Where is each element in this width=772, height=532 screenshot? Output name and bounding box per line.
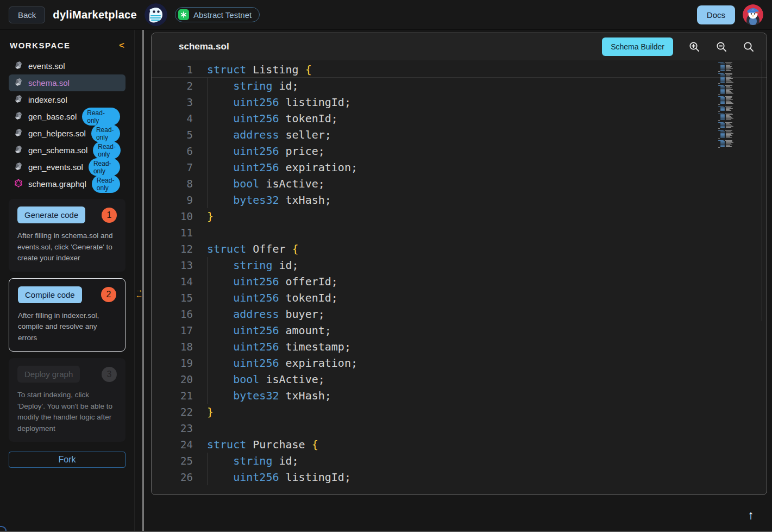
line-number: 8 [152, 178, 207, 190]
code-line[interactable]: 18 uint256 timestamp; [152, 339, 767, 355]
file-name: gen_helpers.sol [28, 129, 86, 138]
file-name: gen_base.sol [28, 112, 77, 121]
indent-guide [208, 159, 208, 176]
minimap-block [718, 140, 740, 148]
app-title: dyliMarketplace [53, 9, 137, 21]
line-number: 19 [152, 357, 207, 369]
code-text: uint256 offerId; [207, 273, 338, 290]
zoom-in-icon[interactable] [688, 41, 700, 53]
solidity-icon [14, 111, 23, 122]
code-line[interactable]: 12struct Offer { [152, 241, 767, 257]
line-number: 14 [152, 276, 207, 287]
code-line[interactable]: 16 address buyer; [152, 306, 767, 322]
sidebar-item-indexer-sol[interactable]: indexer.sol [9, 91, 125, 108]
file-name: schema.graphql [28, 179, 86, 189]
sidebar-item-gen_schema-sol[interactable]: gen_schema.solRead-only [9, 142, 125, 159]
sidebar-item-gen_helpers-sol[interactable]: gen_helpers.solRead-only [9, 125, 125, 142]
code-line[interactable]: 2 string id; [152, 78, 767, 94]
solidity-icon [14, 145, 23, 156]
indent-guide [208, 453, 208, 469]
indent-guide [208, 176, 208, 192]
code-line[interactable]: 26 uint256 listingId; [152, 469, 767, 485]
line-number: 5 [152, 129, 207, 141]
code-line[interactable]: 7 uint256 expiration; [152, 159, 767, 176]
step-description: After filling in indexer.sol, compile an… [18, 310, 116, 344]
network-badge[interactable]: Abstract Testnet [175, 7, 260, 22]
line-number: 2 [152, 80, 207, 92]
code-editor[interactable]: 1struct Listing {2 string id;3 uint256 l… [152, 60, 767, 495]
line-number: 21 [152, 390, 207, 402]
network-badge-label: Abstract Testnet [193, 10, 252, 20]
step-card-1: Generate code1After filling in schema.so… [9, 199, 125, 272]
solidity-icon [14, 78, 23, 89]
code-line[interactable]: 3 uint256 listingId; [152, 94, 767, 110]
workspace-sidebar: WORKSPACE < events.solschema.solindexer.… [0, 30, 135, 532]
generate-code-button[interactable]: Generate code [17, 206, 85, 223]
code-text: bytes32 txHash; [207, 192, 331, 208]
minimap-block [718, 114, 740, 121]
line-number: 12 [152, 243, 207, 255]
minimap[interactable] [718, 62, 740, 149]
code-line[interactable]: 13 string id; [152, 257, 767, 273]
code-line[interactable]: 10} [152, 208, 767, 224]
user-avatar[interactable] [743, 4, 763, 25]
docs-button[interactable]: Docs [697, 5, 735, 24]
code-text: struct Purchase { [207, 436, 318, 453]
code-text: uint256 tokenId; [207, 290, 338, 306]
code-line[interactable]: 8 bool isActive; [152, 176, 767, 192]
compile-code-button[interactable]: Compile code [18, 286, 82, 303]
minimap-block [718, 62, 740, 72]
sidebar-item-schema-graphql[interactable]: schema.graphqlRead-only [9, 176, 125, 192]
code-line[interactable]: 21 bytes32 txHash; [152, 387, 767, 404]
search-icon[interactable] [743, 41, 755, 53]
code-line[interactable]: 22} [152, 404, 767, 420]
code-text: uint256 expiration; [207, 355, 357, 371]
indent-guide [208, 355, 208, 371]
readonly-badge: Read-only [82, 108, 120, 126]
code-text: uint256 amount; [207, 322, 331, 339]
step-card-header: Compile code2 [18, 286, 116, 303]
scroll-to-top-button[interactable]: ↑ [742, 506, 760, 524]
line-number: 11 [152, 227, 207, 239]
line-number: 16 [152, 308, 207, 320]
line-number: 1 [152, 64, 207, 76]
code-line[interactable]: 15 uint256 tokenId; [152, 290, 767, 306]
step-number-badge: 2 [101, 287, 116, 302]
zoom-out-icon[interactable] [715, 41, 727, 53]
top-bar: Back dyliMarketplace Abstract Testnet [0, 0, 772, 30]
line-number: 20 [152, 373, 207, 385]
code-line[interactable]: 9 bytes32 txHash; [152, 192, 767, 208]
code-line[interactable]: 24struct Purchase { [152, 436, 767, 453]
code-line[interactable]: 20 bool isActive; [152, 371, 767, 387]
back-button[interactable]: Back [9, 7, 45, 23]
sidebar-item-events-sol[interactable]: events.sol [9, 58, 125, 74]
code-line[interactable]: 25 string id; [152, 453, 767, 469]
code-line[interactable]: 1struct Listing { [152, 61, 767, 78]
code-line[interactable]: 23 [152, 420, 767, 436]
line-number: 17 [152, 324, 207, 336]
schema-builder-button[interactable]: Schema Builder [602, 37, 673, 56]
code-line[interactable]: 5 address seller; [152, 127, 767, 143]
indent-guide [208, 387, 208, 404]
code-text: } [207, 404, 214, 420]
indent-guide [208, 257, 208, 273]
workspace-title: WORKSPACE [10, 41, 71, 50]
code-line[interactable]: 19 uint256 expiration; [152, 355, 767, 371]
indent-guide [208, 469, 208, 485]
line-number: 18 [152, 341, 207, 353]
collapse-sidebar-button[interactable]: < [119, 41, 124, 50]
code-line[interactable]: 14 uint256 offerId; [152, 273, 767, 290]
minimap-block [718, 85, 740, 95]
fork-button[interactable]: Fork [9, 452, 125, 468]
sidebar-item-gen_events-sol[interactable]: gen_events.solRead-only [9, 159, 125, 176]
line-number: 4 [152, 112, 207, 124]
minimap-block [718, 96, 740, 104]
indent-guide [208, 339, 208, 355]
sidebar-item-schema-sol[interactable]: schema.sol [9, 74, 125, 91]
sidebar-item-gen_base-sol[interactable]: gen_base.solRead-only [9, 108, 125, 125]
code-line[interactable]: 6 uint256 price; [152, 143, 767, 159]
code-line[interactable]: 11 [152, 224, 767, 241]
code-line[interactable]: 4 uint256 tokenId; [152, 110, 767, 127]
code-line[interactable]: 17 uint256 amount; [152, 322, 767, 339]
editor-scrollbar[interactable] [762, 61, 762, 321]
